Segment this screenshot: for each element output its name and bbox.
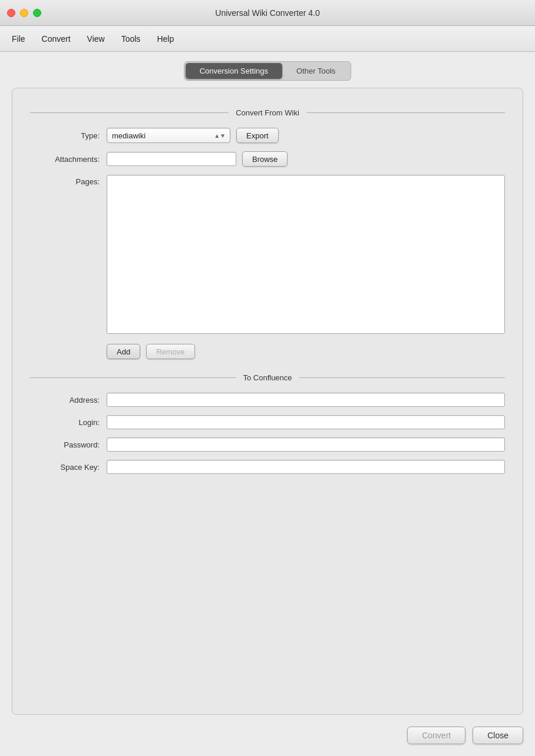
tab-conversion-settings[interactable]: Conversion Settings	[186, 63, 282, 79]
attachments-label: Attachments:	[30, 155, 107, 164]
add-remove-row: Add Remove	[107, 344, 505, 359]
attachments-input[interactable]	[107, 152, 236, 166]
divider-line-left2	[30, 377, 236, 378]
attachments-control: Browse	[107, 151, 505, 167]
browse-button[interactable]: Browse	[242, 151, 288, 167]
space-key-row: Space Key:	[30, 460, 505, 474]
password-input[interactable]	[107, 437, 505, 452]
title-bar: Universal Wiki Converter 4.0	[0, 0, 535, 26]
main-content: Conversion Settings Other Tools Convert …	[0, 52, 535, 756]
tab-group: Conversion Settings Other Tools	[184, 61, 352, 81]
menu-view[interactable]: View	[80, 32, 112, 46]
close-button[interactable]: Close	[473, 727, 523, 744]
export-button[interactable]: Export	[236, 128, 279, 143]
type-label: Type:	[30, 131, 107, 140]
minimize-button[interactable]	[20, 9, 28, 17]
type-control: mediawiki confluence twiki dokuwiki ▲▼ E…	[107, 128, 505, 143]
login-control	[107, 415, 505, 429]
menu-bar: File Convert View Tools Help	[0, 26, 535, 52]
pages-control	[107, 175, 505, 336]
menu-help[interactable]: Help	[150, 32, 181, 46]
convert-button[interactable]: Convert	[407, 727, 465, 744]
menu-tools[interactable]: Tools	[114, 32, 148, 46]
divider-line-right	[306, 112, 505, 113]
tab-other-tools[interactable]: Other Tools	[282, 63, 349, 79]
to-confluence-divider: To Confluence	[30, 373, 505, 382]
pages-label: Pages:	[30, 177, 107, 186]
bottom-bar: Convert Close	[12, 727, 523, 744]
maximize-button[interactable]	[33, 9, 41, 17]
form-panel: Convert From Wiki Type: mediawiki conflu…	[12, 88, 523, 715]
login-label: Login:	[30, 418, 107, 427]
divider-line-right2	[299, 377, 505, 378]
password-label: Password:	[30, 440, 107, 449]
attachments-row: Attachments: Browse	[30, 151, 505, 167]
space-key-control	[107, 460, 505, 474]
type-row: Type: mediawiki confluence twiki dokuwik…	[30, 128, 505, 143]
address-row: Address:	[30, 393, 505, 407]
tab-bar: Conversion Settings Other Tools	[12, 61, 523, 81]
to-confluence-title: To Confluence	[243, 373, 292, 382]
close-button[interactable]	[7, 9, 15, 17]
pages-textarea[interactable]	[107, 175, 505, 334]
login-row: Login:	[30, 415, 505, 429]
type-select[interactable]: mediawiki confluence twiki dokuwiki	[107, 128, 230, 143]
divider-line-left	[30, 112, 229, 113]
menu-convert[interactable]: Convert	[35, 32, 78, 46]
login-input[interactable]	[107, 415, 505, 429]
pages-row: Pages:	[30, 175, 505, 336]
address-input[interactable]	[107, 393, 505, 407]
password-control	[107, 437, 505, 452]
type-select-wrapper: mediawiki confluence twiki dokuwiki ▲▼	[107, 128, 230, 143]
space-key-label: Space Key:	[30, 463, 107, 472]
traffic-lights	[7, 9, 41, 17]
space-key-input[interactable]	[107, 460, 505, 474]
menu-file[interactable]: File	[5, 32, 32, 46]
convert-from-divider: Convert From Wiki	[30, 108, 505, 117]
password-row: Password:	[30, 437, 505, 452]
window-title: Universal Wiki Converter 4.0	[215, 8, 319, 18]
add-button[interactable]: Add	[107, 344, 140, 359]
address-control	[107, 393, 505, 407]
convert-from-title: Convert From Wiki	[236, 108, 299, 117]
address-label: Address:	[30, 396, 107, 404]
remove-button[interactable]: Remove	[146, 344, 194, 359]
